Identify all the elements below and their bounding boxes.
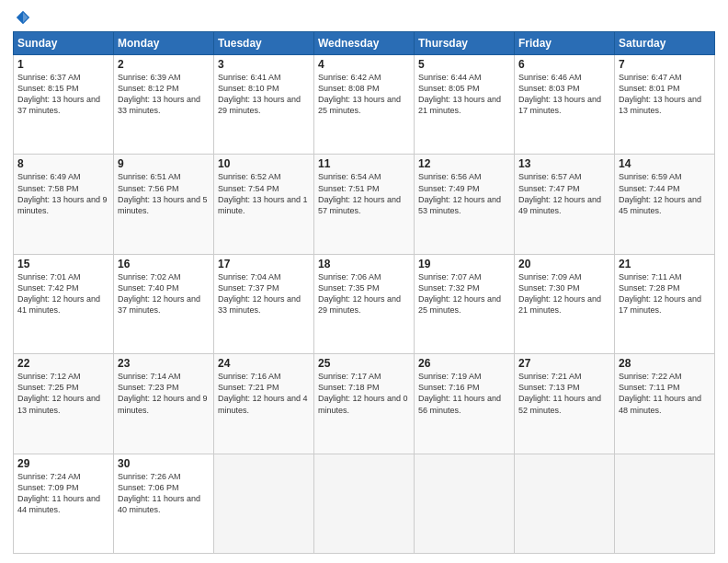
calendar-cell: 2Sunrise: 6:39 AMSunset: 8:12 PMDaylight… bbox=[114, 55, 214, 155]
day-number: 17 bbox=[218, 258, 310, 270]
calendar-cell: 9Sunrise: 6:51 AMSunset: 7:56 PMDaylight… bbox=[114, 155, 214, 254]
day-number: 18 bbox=[318, 258, 410, 270]
calendar-cell: 4Sunrise: 6:42 AMSunset: 8:08 PMDaylight… bbox=[314, 55, 415, 155]
day-number: 10 bbox=[218, 157, 310, 170]
calendar-table: SundayMondayTuesdayWednesdayThursdayFrid… bbox=[13, 31, 715, 554]
calendar-cell: 7Sunrise: 6:47 AMSunset: 8:01 PMDaylight… bbox=[615, 55, 715, 155]
calendar-cell: 20Sunrise: 7:09 AMSunset: 7:30 PMDayligh… bbox=[515, 254, 615, 353]
day-number: 15 bbox=[17, 258, 109, 270]
day-number: 30 bbox=[118, 457, 210, 470]
cell-details: Sunrise: 6:52 AMSunset: 7:54 PMDaylight:… bbox=[218, 171, 310, 216]
day-number: 8 bbox=[17, 157, 109, 170]
logo bbox=[13, 9, 31, 26]
calendar-cell: 8Sunrise: 6:49 AMSunset: 7:58 PMDaylight… bbox=[14, 155, 114, 254]
weekday-header-tuesday: Tuesday bbox=[214, 32, 314, 55]
weekday-header-monday: Monday bbox=[114, 32, 214, 55]
cell-details: Sunrise: 7:17 AMSunset: 7:18 PMDaylight:… bbox=[318, 371, 410, 416]
calendar-cell: 16Sunrise: 7:02 AMSunset: 7:40 PMDayligh… bbox=[114, 254, 214, 353]
day-number: 11 bbox=[318, 157, 410, 170]
calendar-cell: 18Sunrise: 7:06 AMSunset: 7:35 PMDayligh… bbox=[314, 254, 415, 353]
calendar-cell: 17Sunrise: 7:04 AMSunset: 7:37 PMDayligh… bbox=[214, 254, 314, 353]
cell-details: Sunrise: 6:56 AMSunset: 7:49 PMDaylight:… bbox=[418, 171, 510, 216]
cell-details: Sunrise: 7:12 AMSunset: 7:25 PMDaylight:… bbox=[17, 371, 109, 416]
calendar-cell: 1Sunrise: 6:37 AMSunset: 8:15 PMDaylight… bbox=[14, 55, 114, 155]
cell-details: Sunrise: 7:19 AMSunset: 7:16 PMDaylight:… bbox=[418, 371, 510, 416]
day-number: 5 bbox=[418, 58, 510, 71]
cell-details: Sunrise: 7:02 AMSunset: 7:40 PMDaylight:… bbox=[118, 271, 210, 316]
cell-details: Sunrise: 6:57 AMSunset: 7:47 PMDaylight:… bbox=[518, 171, 610, 216]
weekday-header-saturday: Saturday bbox=[615, 32, 715, 55]
cell-details: Sunrise: 6:41 AMSunset: 8:10 PMDaylight:… bbox=[218, 72, 310, 117]
calendar-cell bbox=[415, 454, 515, 553]
header bbox=[13, 9, 715, 26]
day-number: 2 bbox=[118, 58, 210, 71]
weekday-header-friday: Friday bbox=[515, 32, 615, 55]
cell-details: Sunrise: 6:47 AMSunset: 8:01 PMDaylight:… bbox=[619, 72, 711, 117]
cell-details: Sunrise: 7:07 AMSunset: 7:32 PMDaylight:… bbox=[418, 271, 510, 316]
day-number: 28 bbox=[619, 357, 711, 370]
weekday-header-thursday: Thursday bbox=[415, 32, 515, 55]
day-number: 7 bbox=[619, 58, 711, 71]
day-number: 26 bbox=[418, 357, 510, 370]
cell-details: Sunrise: 7:21 AMSunset: 7:13 PMDaylight:… bbox=[518, 371, 610, 416]
calendar-cell bbox=[214, 454, 314, 553]
calendar-cell: 14Sunrise: 6:59 AMSunset: 7:44 PMDayligh… bbox=[615, 155, 715, 254]
day-number: 27 bbox=[518, 357, 610, 370]
cell-details: Sunrise: 6:54 AMSunset: 7:51 PMDaylight:… bbox=[318, 171, 410, 216]
day-number: 9 bbox=[118, 157, 210, 170]
calendar-cell: 3Sunrise: 6:41 AMSunset: 8:10 PMDaylight… bbox=[214, 55, 314, 155]
cell-details: Sunrise: 7:09 AMSunset: 7:30 PMDaylight:… bbox=[518, 271, 610, 316]
day-number: 14 bbox=[619, 157, 711, 170]
calendar-cell: 13Sunrise: 6:57 AMSunset: 7:47 PMDayligh… bbox=[515, 155, 615, 254]
cell-details: Sunrise: 7:16 AMSunset: 7:21 PMDaylight:… bbox=[218, 371, 310, 416]
calendar-cell: 6Sunrise: 6:46 AMSunset: 8:03 PMDaylight… bbox=[515, 55, 615, 155]
day-number: 24 bbox=[218, 357, 310, 370]
calendar-cell: 10Sunrise: 6:52 AMSunset: 7:54 PMDayligh… bbox=[214, 155, 314, 254]
day-number: 20 bbox=[518, 258, 610, 270]
cell-details: Sunrise: 7:06 AMSunset: 7:35 PMDaylight:… bbox=[318, 271, 410, 316]
calendar-cell: 29Sunrise: 7:24 AMSunset: 7:09 PMDayligh… bbox=[14, 454, 114, 553]
cell-details: Sunrise: 7:14 AMSunset: 7:23 PMDaylight:… bbox=[118, 371, 210, 416]
calendar-cell: 11Sunrise: 6:54 AMSunset: 7:51 PMDayligh… bbox=[314, 155, 415, 254]
cell-details: Sunrise: 7:04 AMSunset: 7:37 PMDaylight:… bbox=[218, 271, 310, 316]
calendar-cell: 12Sunrise: 6:56 AMSunset: 7:49 PMDayligh… bbox=[415, 155, 515, 254]
cell-details: Sunrise: 6:42 AMSunset: 8:08 PMDaylight:… bbox=[318, 72, 410, 117]
cell-details: Sunrise: 6:46 AMSunset: 8:03 PMDaylight:… bbox=[518, 72, 610, 117]
day-number: 19 bbox=[418, 258, 510, 270]
day-number: 3 bbox=[218, 58, 310, 71]
day-number: 12 bbox=[418, 157, 510, 170]
cell-details: Sunrise: 7:26 AMSunset: 7:06 PMDaylight:… bbox=[118, 471, 210, 516]
calendar-cell: 30Sunrise: 7:26 AMSunset: 7:06 PMDayligh… bbox=[114, 454, 214, 553]
cell-details: Sunrise: 6:37 AMSunset: 8:15 PMDaylight:… bbox=[17, 72, 109, 117]
weekday-header-sunday: Sunday bbox=[14, 32, 114, 55]
calendar-cell: 28Sunrise: 7:22 AMSunset: 7:11 PMDayligh… bbox=[615, 354, 715, 454]
calendar-cell: 15Sunrise: 7:01 AMSunset: 7:42 PMDayligh… bbox=[14, 254, 114, 353]
day-number: 1 bbox=[17, 58, 109, 71]
calendar-cell: 22Sunrise: 7:12 AMSunset: 7:25 PMDayligh… bbox=[14, 354, 114, 454]
cell-details: Sunrise: 7:01 AMSunset: 7:42 PMDaylight:… bbox=[17, 271, 109, 316]
day-number: 4 bbox=[318, 58, 410, 71]
cell-details: Sunrise: 6:59 AMSunset: 7:44 PMDaylight:… bbox=[619, 171, 711, 216]
day-number: 21 bbox=[619, 258, 711, 270]
cell-details: Sunrise: 6:44 AMSunset: 8:05 PMDaylight:… bbox=[418, 72, 510, 117]
page: SundayMondayTuesdayWednesdayThursdayFrid… bbox=[0, 0, 728, 563]
day-number: 6 bbox=[518, 58, 610, 71]
calendar-cell: 5Sunrise: 6:44 AMSunset: 8:05 PMDaylight… bbox=[415, 55, 515, 155]
cell-details: Sunrise: 7:11 AMSunset: 7:28 PMDaylight:… bbox=[619, 271, 711, 316]
calendar-cell bbox=[314, 454, 415, 553]
day-number: 13 bbox=[518, 157, 610, 170]
day-number: 25 bbox=[318, 357, 410, 370]
day-number: 16 bbox=[118, 258, 210, 270]
calendar-cell bbox=[515, 454, 615, 553]
cell-details: Sunrise: 6:51 AMSunset: 7:56 PMDaylight:… bbox=[118, 171, 210, 216]
calendar-cell: 24Sunrise: 7:16 AMSunset: 7:21 PMDayligh… bbox=[214, 354, 314, 454]
day-number: 29 bbox=[17, 457, 109, 470]
calendar-cell: 27Sunrise: 7:21 AMSunset: 7:13 PMDayligh… bbox=[515, 354, 615, 454]
day-number: 23 bbox=[118, 357, 210, 370]
weekday-header-wednesday: Wednesday bbox=[314, 32, 415, 55]
calendar-cell: 25Sunrise: 7:17 AMSunset: 7:18 PMDayligh… bbox=[314, 354, 415, 454]
day-number: 22 bbox=[17, 357, 109, 370]
calendar-cell: 26Sunrise: 7:19 AMSunset: 7:16 PMDayligh… bbox=[415, 354, 515, 454]
calendar-cell: 21Sunrise: 7:11 AMSunset: 7:28 PMDayligh… bbox=[615, 254, 715, 353]
cell-details: Sunrise: 6:39 AMSunset: 8:12 PMDaylight:… bbox=[118, 72, 210, 117]
